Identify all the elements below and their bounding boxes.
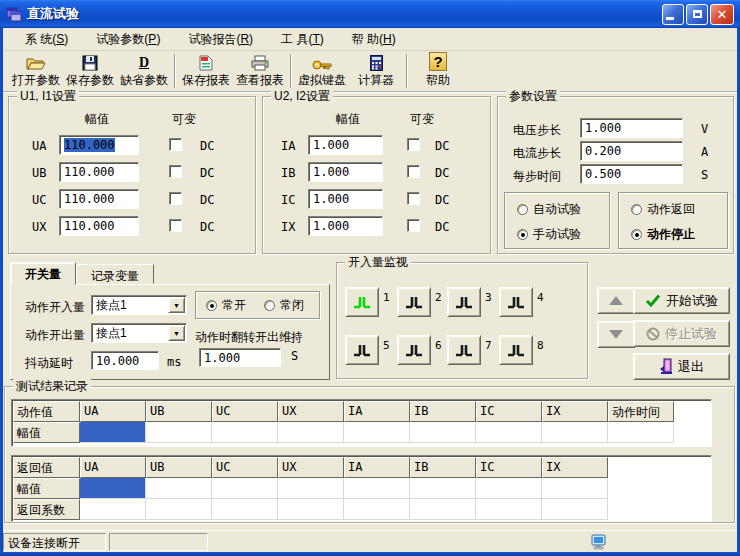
ux-amplitude-field[interactable]: 110.000 — [59, 216, 139, 236]
table-cell[interactable] — [410, 478, 476, 499]
save-report-button[interactable]: 保存报表 — [179, 52, 233, 90]
exit-button[interactable]: 退出 — [633, 353, 730, 380]
table-cell[interactable] — [344, 478, 410, 499]
contact-channel-3-button[interactable] — [447, 287, 481, 317]
table-cell[interactable] — [278, 478, 344, 499]
ic-amplitude-field[interactable]: 1.000 — [308, 189, 383, 209]
ub-dc-checkbox[interactable] — [169, 165, 182, 178]
chevron-down-icon[interactable]: ▼ — [168, 297, 185, 313]
minimize-button[interactable] — [662, 4, 684, 25]
radio-icon — [206, 300, 217, 311]
table-cell[interactable] — [146, 499, 212, 520]
step-time-field[interactable]: 0.500 — [580, 164, 683, 184]
radio-icon — [264, 300, 275, 311]
table-cell[interactable] — [542, 478, 608, 499]
table-cell[interactable] — [344, 499, 410, 520]
step-down-button[interactable] — [597, 321, 635, 348]
dc-label: DC — [435, 220, 449, 234]
contact-channel-5-button[interactable] — [345, 335, 379, 365]
table-cell[interactable] — [542, 499, 608, 520]
floppy-disk-icon — [82, 54, 98, 71]
table-cell[interactable] — [146, 422, 212, 443]
default-params-button[interactable]: D 缺省参数 — [117, 52, 171, 90]
ua-amplitude-field[interactable]: 110.000 — [59, 135, 139, 155]
debounce-field[interactable]: 10.000 — [91, 351, 159, 370]
action-output-combo[interactable]: 接点1 ▼ — [91, 323, 187, 343]
menu-tools[interactable]: 工 具(T) — [267, 28, 338, 51]
column-header: UA — [80, 457, 146, 478]
table-cell[interactable] — [410, 499, 476, 520]
table-cell[interactable] — [278, 422, 344, 443]
table-cell[interactable] — [146, 478, 212, 499]
ux-dc-checkbox[interactable] — [169, 219, 182, 232]
table-cell[interactable] — [476, 478, 542, 499]
open-params-button[interactable]: 打开参数 — [9, 52, 63, 90]
table-cell[interactable] — [608, 422, 674, 443]
table-cell[interactable] — [542, 422, 608, 443]
ub-amplitude-field[interactable]: 110.000 — [59, 162, 139, 182]
normally-closed-radio[interactable]: 常闭 — [264, 297, 304, 314]
contact-channel-1-button[interactable] — [345, 287, 379, 317]
selected-cell[interactable] — [80, 422, 146, 443]
radio-icon — [517, 204, 528, 215]
row-name: UA — [32, 139, 46, 153]
selected-cell[interactable] — [80, 478, 146, 499]
tab-record-variable[interactable]: 记录变量 — [76, 264, 154, 284]
chevron-down-icon[interactable]: ▼ — [168, 325, 185, 341]
menu-help[interactable]: 帮 助(H) — [338, 28, 410, 51]
action-stop-radio[interactable]: 动作停止 — [631, 226, 695, 243]
ia-dc-checkbox[interactable] — [407, 138, 420, 151]
table-cell[interactable] — [212, 422, 278, 443]
calculator-button[interactable]: 计算器 — [349, 52, 403, 90]
voltage-step-field[interactable]: 1.000 — [580, 118, 683, 138]
row-name: UB — [32, 166, 46, 180]
contact-channel-7-button[interactable] — [447, 335, 481, 365]
column-header: UB — [146, 457, 212, 478]
column-header: IX — [542, 457, 608, 478]
ia-amplitude-field[interactable]: 1.000 — [308, 135, 383, 155]
stop-test-button[interactable]: 停止试验 — [633, 320, 730, 347]
view-report-button[interactable]: 查看报表 — [233, 52, 287, 90]
menu-system[interactable]: 系 统(S) — [11, 28, 82, 51]
switch-tab-panel: 动作开入量 接点1 ▼ 常开 常闭 动作开出量 接点1 ▼ 动作时翻转开出维持 … — [10, 284, 330, 380]
normally-open-radio[interactable]: 常开 — [206, 297, 246, 314]
table-cell[interactable] — [344, 422, 410, 443]
uc-amplitude-field[interactable]: 110.000 — [59, 189, 139, 209]
debounce-unit: ms — [167, 355, 181, 369]
table-cell[interactable] — [476, 499, 542, 520]
table-cell[interactable] — [410, 422, 476, 443]
step-up-button[interactable] — [597, 287, 635, 314]
action-return-radio[interactable]: 动作返回 — [631, 201, 695, 218]
start-test-button[interactable]: 开始试验 — [633, 287, 730, 314]
contact-channel-6-button[interactable] — [397, 335, 431, 365]
ua-dc-checkbox[interactable] — [169, 138, 182, 151]
group-title: 参数设置 — [506, 89, 560, 103]
table-cell[interactable] — [278, 499, 344, 520]
help-button[interactable]: ? 帮助 — [411, 52, 465, 90]
hold-time-field[interactable]: 1.000 — [199, 348, 281, 367]
auto-test-radio[interactable]: 自动试验 — [517, 201, 581, 218]
ix-dc-checkbox[interactable] — [407, 219, 420, 232]
ib-amplitude-field[interactable]: 1.000 — [308, 162, 383, 182]
ib-dc-checkbox[interactable] — [407, 165, 420, 178]
contact-channel-4-button[interactable] — [499, 287, 533, 317]
maximize-button[interactable] — [686, 4, 708, 25]
ix-amplitude-field[interactable]: 1.000 — [308, 216, 383, 236]
uc-dc-checkbox[interactable] — [169, 192, 182, 205]
contact-channel-2-button[interactable] — [397, 287, 431, 317]
table-cell[interactable] — [80, 499, 146, 520]
save-params-button[interactable]: 保存参数 — [63, 52, 117, 90]
virtual-keyboard-button[interactable]: 虚拟键盘 — [295, 52, 349, 90]
ic-dc-checkbox[interactable] — [407, 192, 420, 205]
table-cell[interactable] — [212, 499, 278, 520]
menu-test-report[interactable]: 试验报告(R) — [174, 28, 267, 51]
close-button[interactable]: ✕ — [710, 4, 734, 25]
action-input-combo[interactable]: 接点1 ▼ — [91, 295, 187, 315]
contact-channel-8-button[interactable] — [499, 335, 533, 365]
table-cell[interactable] — [476, 422, 542, 443]
manual-test-radio[interactable]: 手动试验 — [517, 226, 581, 243]
tab-switch-quantity[interactable]: 开关量 — [10, 262, 76, 285]
current-step-field[interactable]: 0.200 — [580, 141, 683, 161]
table-cell[interactable] — [212, 478, 278, 499]
menu-test-params[interactable]: 试验参数(P) — [82, 28, 174, 51]
